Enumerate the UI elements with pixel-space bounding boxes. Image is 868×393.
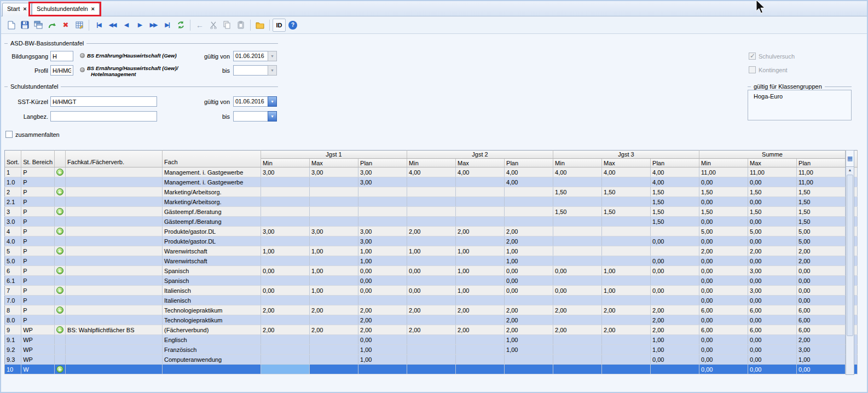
cell-fachkat[interactable]	[66, 286, 163, 296]
cell-value[interactable]: 11,00	[699, 167, 748, 177]
scrollbar-thumb[interactable]	[847, 175, 853, 336]
cell-value[interactable]: 0,00	[505, 266, 553, 276]
cell-value[interactable]: 3,00	[358, 167, 407, 177]
cell-value[interactable]: 0,00	[553, 266, 602, 276]
cell-value[interactable]: 2,00	[602, 305, 651, 315]
sst-kuerzel-field[interactable]	[50, 96, 157, 107]
cell-value[interactable]: 2,00	[456, 325, 505, 335]
prev-fast-button[interactable]: ◀◀	[106, 19, 119, 32]
cell-value[interactable]: 2,00	[651, 325, 699, 335]
cell-sort[interactable]: 3.0	[5, 217, 21, 227]
cell-sort[interactable]: 4.0	[5, 236, 21, 246]
save-icon[interactable]	[18, 19, 31, 32]
cell-value[interactable]: 2,00	[797, 335, 846, 345]
cell-value[interactable]: 1,00	[602, 286, 651, 296]
cell-value[interactable]: 1,00	[505, 345, 553, 355]
cell-value[interactable]	[602, 197, 651, 207]
cell-value[interactable]: 2,00	[797, 246, 846, 256]
cell-value[interactable]	[602, 335, 651, 345]
cell-sort[interactable]: 2.1	[5, 197, 21, 207]
cell-fach[interactable]: Spanisch	[163, 276, 261, 286]
cell-bereich[interactable]: P	[21, 207, 55, 217]
cell-value[interactable]	[602, 276, 651, 286]
cell-value[interactable]: 3,00	[748, 266, 797, 276]
cell-value[interactable]	[407, 315, 456, 325]
cell-value[interactable]	[651, 246, 699, 256]
cell-value[interactable]: 1,00	[797, 355, 846, 365]
cell-value[interactable]	[553, 276, 602, 286]
cell-value[interactable]	[553, 355, 602, 365]
add-subject-icon[interactable]: +	[55, 187, 66, 197]
cell-value[interactable]: 1,50	[553, 187, 602, 197]
cell-bereich[interactable]: P	[21, 217, 55, 227]
cell-fach[interactable]: Technologiepraktikum	[163, 305, 261, 315]
cell-fachkat[interactable]	[66, 227, 163, 236]
cell-fachkat[interactable]	[66, 345, 163, 355]
cell-fachkat[interactable]: BS: Wahlpflichtfächer BS	[66, 325, 163, 335]
cell-bereich[interactable]: WP	[21, 335, 55, 345]
cell-value[interactable]: 6,00	[748, 305, 797, 315]
cell-value[interactable]	[310, 296, 358, 305]
cell-value[interactable]: 11,00	[797, 177, 846, 187]
vertical-scrollbar[interactable]: ▦ ▲	[846, 150, 854, 375]
cell-value[interactable]: 5,00	[797, 227, 846, 236]
cell-value[interactable]: 1,50	[651, 197, 699, 207]
cell-value[interactable]: 1,00	[358, 355, 407, 365]
cell-value[interactable]	[310, 217, 358, 227]
cell-value[interactable]	[505, 187, 553, 197]
cell-value[interactable]	[310, 355, 358, 365]
cell-value[interactable]	[456, 236, 505, 246]
cell-value[interactable]: 0,00	[261, 266, 310, 276]
cell-value[interactable]	[602, 246, 651, 256]
cell-value[interactable]	[407, 236, 456, 246]
cell-value[interactable]	[261, 236, 310, 246]
sst-gueltig-von-combo[interactable]: 01.06.2016 ▼	[233, 96, 277, 107]
cell-sort[interactable]: 1	[5, 167, 21, 177]
cell-value[interactable]: 0,00	[699, 236, 748, 246]
cell-value[interactable]	[456, 197, 505, 207]
cell-bereich[interactable]: P	[21, 266, 55, 276]
cell-fach[interactable]: Management. i. Gastgewerbe	[163, 167, 261, 177]
cell-value[interactable]: 1,00	[456, 266, 505, 276]
add-subject-icon[interactable]: +	[55, 305, 66, 315]
cell-value[interactable]	[456, 217, 505, 227]
cell-value[interactable]: 0,00	[651, 355, 699, 365]
cell-value[interactable]	[553, 236, 602, 246]
cell-value[interactable]: 0,00	[748, 365, 797, 374]
cell-fachkat[interactable]	[66, 217, 163, 227]
cell-value[interactable]: 0,00	[358, 276, 407, 286]
cell-value[interactable]	[602, 315, 651, 325]
cell-value[interactable]	[602, 365, 651, 374]
cell-value[interactable]	[261, 197, 310, 207]
cell-value[interactable]: 1,50	[651, 187, 699, 197]
cell-fachkat[interactable]	[66, 315, 163, 325]
bildungsgang-field[interactable]	[50, 51, 73, 61]
cell-fachkat[interactable]	[66, 266, 163, 276]
cell-value[interactable]: 0,00	[651, 236, 699, 246]
cell-value[interactable]	[407, 335, 456, 345]
cell-value[interactable]	[553, 256, 602, 266]
cell-value[interactable]: 2,00	[602, 325, 651, 335]
tab-close-icon[interactable]: ×	[23, 5, 26, 12]
cell-value[interactable]	[553, 345, 602, 355]
cell-bereich[interactable]: P	[21, 256, 55, 266]
cell-value[interactable]	[407, 365, 456, 374]
cell-fach[interactable]: Französisch	[163, 345, 261, 355]
cell-value[interactable]	[261, 217, 310, 227]
basis-gueltig-von-combo[interactable]: 01.06.2016 ▼	[233, 51, 277, 61]
basis-bis-value[interactable]	[233, 65, 268, 76]
cell-value[interactable]: 0,00	[699, 266, 748, 276]
cell-value[interactable]: 5,00	[797, 236, 846, 246]
cell-fach[interactable]: Management. i. Gastgewerbe	[163, 177, 261, 187]
cell-value[interactable]	[651, 276, 699, 286]
cell-value[interactable]	[505, 197, 553, 207]
cell-value[interactable]	[651, 227, 699, 236]
cell-value[interactable]: 11,00	[797, 167, 846, 177]
cell-value[interactable]: 0,00	[748, 236, 797, 246]
cell-value[interactable]	[602, 227, 651, 236]
add-subject-icon[interactable]: +	[55, 266, 66, 276]
cell-value[interactable]	[553, 335, 602, 345]
cell-value[interactable]: 2,00	[407, 227, 456, 236]
cell-value[interactable]	[261, 187, 310, 197]
cell-value[interactable]: 0,00	[651, 266, 699, 276]
